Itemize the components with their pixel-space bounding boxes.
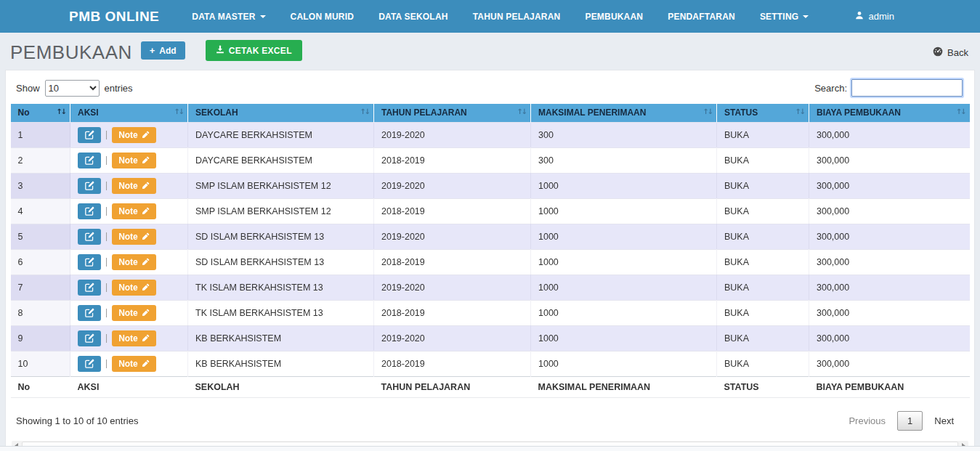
edit-button[interactable]	[78, 280, 101, 296]
content-panel: Show 10 entries Search: No↑↓AKSI↑↓SEKOLA…	[5, 70, 975, 451]
note-button[interactable]: Note	[112, 280, 156, 296]
cell-tahun-pelajaran: 2018-2019	[374, 249, 531, 275]
edit-button[interactable]	[78, 153, 101, 168]
column-header-maksimal-penerimaan[interactable]: MAKSIMAL PENERIMAAN↑↓	[531, 104, 717, 122]
note-button[interactable]: Note	[112, 178, 156, 194]
page-1-button[interactable]: 1	[897, 411, 923, 431]
nav-item-data-master[interactable]: DATA MASTER	[179, 0, 278, 33]
note-button[interactable]: Note	[112, 356, 156, 372]
column-label: TAHUN PELAJARAN	[381, 107, 467, 118]
cell-biaya-pembukaan: 300,000	[809, 173, 970, 198]
edit-button[interactable]	[78, 203, 101, 219]
note-button-label: Note	[118, 130, 138, 140]
nav-item-data-sekolah[interactable]: DATA SEKOLAH	[366, 0, 461, 33]
column-header-no[interactable]: No↑↓	[11, 104, 70, 122]
note-button[interactable]: Note	[112, 153, 156, 168]
action-separator: |	[105, 155, 108, 165]
page-length-select[interactable]: 10	[45, 80, 100, 97]
column-header-tahun-pelajaran[interactable]: TAHUN PELAJARAN↑↓	[374, 104, 531, 122]
cetak-excel-button[interactable]: CETAK EXCEL	[206, 40, 302, 61]
note-button-label: Note	[118, 308, 138, 318]
nav-item-setting[interactable]: SETTING	[748, 0, 821, 33]
note-button-label: Note	[118, 359, 138, 369]
note-button[interactable]: Note	[112, 127, 156, 143]
cell-sekolah: SMP ISLAM BERKAHSISTEM 12	[188, 198, 374, 224]
pencil-icon	[142, 131, 150, 139]
note-button[interactable]: Note	[112, 305, 156, 321]
action-separator: |	[105, 358, 108, 368]
back-button[interactable]: Back	[933, 46, 968, 59]
note-button[interactable]: Note	[112, 254, 156, 270]
column-label: MAKSIMAL PENERIMAAN	[538, 107, 646, 118]
pencil-icon	[142, 359, 150, 367]
cell-aksi: |Note	[70, 224, 188, 249]
note-button[interactable]: Note	[112, 229, 156, 245]
edit-icon	[85, 333, 94, 343]
column-header-sekolah[interactable]: SEKOLAH↑↓	[188, 104, 374, 122]
pencil-icon	[142, 182, 150, 190]
table-body: 1|NoteDAYCARE BERKAHSISTEM2019-2020300BU…	[11, 122, 970, 376]
nav-item-calon-murid[interactable]: CALON MURID	[278, 0, 367, 33]
cell-tahun-pelajaran: 2019-2020	[374, 325, 531, 351]
cell-status: BUKA	[717, 122, 809, 147]
column-footer-no: No	[11, 376, 70, 397]
sort-icon: ↑↓	[517, 107, 526, 115]
table-controls: Show 10 entries Search:	[10, 76, 970, 104]
cell-no: 3	[11, 173, 70, 198]
edit-button[interactable]	[78, 356, 101, 372]
pencil-icon	[142, 232, 150, 240]
edit-button[interactable]	[78, 254, 101, 270]
column-header-biaya-pembukaan[interactable]: BIAYA PEMBUKAAN↑↓	[809, 104, 970, 122]
edit-button[interactable]	[78, 229, 101, 245]
table-row: 4|NoteSMP ISLAM BERKAHSISTEM 122018-2019…	[11, 198, 970, 224]
action-separator: |	[105, 256, 108, 267]
cell-maksimal-penerimaan: 1000	[531, 300, 717, 325]
search-input[interactable]	[851, 79, 963, 97]
cell-no: 10	[11, 351, 70, 376]
user-menu[interactable]: admin	[855, 11, 894, 22]
cell-tahun-pelajaran: 2018-2019	[374, 147, 531, 173]
cell-status: BUKA	[717, 173, 809, 198]
brand-logo[interactable]: PMB ONLINE	[69, 9, 159, 25]
cetak-excel-label: CETAK EXCEL	[229, 46, 292, 56]
next-page-button[interactable]: Next	[926, 411, 963, 431]
edit-icon	[85, 155, 94, 165]
previous-page-button[interactable]: Previous	[840, 411, 894, 431]
table-row: 10|NoteKB BERKAHSISTEM2018-20191000BUKA3…	[11, 351, 970, 376]
nav-item-tahun-pelajaran[interactable]: TAHUN PELAJARAN	[461, 0, 573, 33]
action-separator: |	[105, 231, 108, 241]
nav-menu: DATA MASTERCALON MURIDDATA SEKOLAHTAHUN …	[179, 0, 821, 33]
action-separator: |	[105, 282, 108, 292]
nav-item-pendaftaran[interactable]: PENDAFTARAN	[655, 0, 748, 33]
edit-button[interactable]	[78, 127, 101, 143]
edit-button[interactable]	[78, 330, 101, 346]
cell-no: 9	[11, 325, 70, 351]
nav-item-pembukaan[interactable]: PEMBUKAAN	[572, 0, 655, 33]
edit-button[interactable]	[78, 305, 101, 321]
table-footer: Showing 1 to 10 of 10 entries Previous 1…	[10, 398, 970, 435]
column-header-status[interactable]: STATUS↑↓	[717, 104, 809, 122]
edit-button[interactable]	[78, 178, 101, 194]
pencil-icon	[142, 207, 150, 215]
action-separator: |	[105, 307, 108, 317]
note-button-label: Note	[118, 206, 138, 216]
column-header-aksi[interactable]: AKSI↑↓	[70, 104, 188, 122]
action-separator: |	[105, 180, 108, 190]
cell-aksi: |Note	[70, 351, 188, 376]
add-button[interactable]: + Add	[141, 41, 185, 60]
cell-sekolah: SD ISLAM BERKAHSISTEM 13	[188, 224, 374, 249]
page-bottom-strip	[0, 446, 980, 451]
action-separator: |	[105, 333, 108, 343]
note-button[interactable]: Note	[112, 330, 156, 346]
column-label: SEKOLAH	[195, 382, 240, 392]
dashboard-icon	[933, 46, 943, 59]
caret-down-icon	[260, 15, 266, 18]
edit-icon	[85, 232, 94, 241]
edit-icon	[85, 308, 94, 317]
column-label: BIAYA PEMBUKAAN	[817, 107, 901, 118]
note-button[interactable]: Note	[112, 203, 156, 219]
cell-maksimal-penerimaan: 1000	[531, 173, 717, 198]
table-foot: NoAKSISEKOLAHTAHUN PELAJARANMAKSIMAL PEN…	[11, 376, 970, 397]
table-row: 5|NoteSD ISLAM BERKAHSISTEM 132019-20201…	[11, 224, 970, 249]
cell-maksimal-penerimaan: 1000	[531, 198, 717, 224]
